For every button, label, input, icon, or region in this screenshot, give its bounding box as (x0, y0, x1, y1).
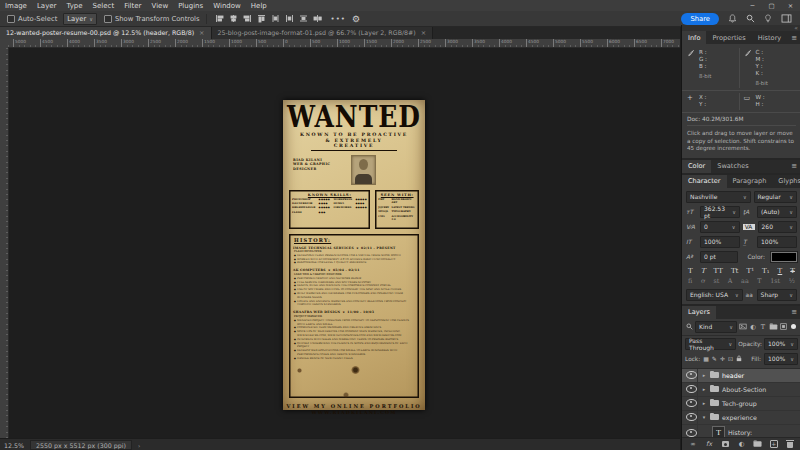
adjustment-layer-icon[interactable]: ◐ (736, 440, 746, 448)
opentype-button[interactable]: st (713, 277, 719, 285)
anti-alias-dropdown[interactable]: Sharp ∨ (757, 289, 797, 301)
opentype-button[interactable]: A (728, 277, 733, 285)
align-left-edges-icon[interactable] (215, 14, 224, 23)
tab-history[interactable]: History (752, 31, 787, 44)
tab-color[interactable]: Color (682, 160, 711, 173)
eye-icon[interactable] (686, 385, 697, 393)
layer-row[interactable]: ▸Tech-group (682, 397, 800, 411)
leading-field[interactable]: (Auto) ∨ (757, 206, 797, 218)
new-group-icon[interactable] (753, 441, 763, 447)
font-family-dropdown[interactable]: Nashville ∨ (686, 191, 751, 203)
layer-row[interactable]: THistory: (682, 425, 800, 438)
filter-smart-object-icon[interactable] (779, 323, 787, 331)
align-top-edges-icon[interactable] (257, 14, 266, 23)
expand-group-icon[interactable]: ▸ (701, 386, 707, 392)
menu-help[interactable]: Help (246, 2, 272, 10)
layer-row[interactable]: ▸header (682, 369, 800, 383)
lock-position-icon[interactable]: ✛ (720, 355, 725, 362)
add-layer-mask-icon[interactable] (720, 441, 730, 447)
fill-field[interactable]: 100% ∨ (764, 353, 798, 365)
panel-menu-icon[interactable]: ≡ (791, 31, 800, 44)
tab-properties[interactable]: Properties (706, 31, 751, 44)
filter-adjustment-layers-icon[interactable]: ◐ (749, 323, 757, 331)
type-style-button[interactable]: Tt (731, 267, 738, 275)
opentype-button[interactable]: aa (741, 277, 749, 285)
text-color-swatch[interactable] (771, 252, 797, 262)
opentype-button[interactable]: ơ (701, 277, 705, 285)
minimize-icon[interactable]: ─ (743, 0, 762, 11)
tab-info[interactable]: Info (682, 31, 706, 44)
baseline-shift-field[interactable]: 0 pt (700, 251, 738, 263)
align-right-edges-icon[interactable] (243, 14, 252, 23)
eye-icon[interactable] (686, 429, 697, 437)
status-options-arrow-icon[interactable]: › (138, 442, 140, 449)
menu-plugins[interactable]: Plugins (173, 2, 208, 10)
delete-layer-icon[interactable] (785, 440, 795, 448)
text-layer-thumbnail[interactable]: T (712, 426, 725, 437)
filter-toggle-icon[interactable] (791, 324, 796, 329)
zoom-level[interactable]: 12.5% (4, 442, 24, 449)
tab-paragraph[interactable]: Paragraph (727, 175, 773, 188)
vertical-ruler[interactable] (0, 47, 9, 438)
lock-transparency-icon[interactable]: ▦ (703, 355, 709, 362)
discover-lightbulb-icon[interactable] (764, 14, 772, 23)
tab-glyphs[interactable]: Glyphs (772, 175, 800, 188)
type-style-button[interactable]: T₁ (762, 267, 769, 275)
tab-swatches[interactable]: Swatches (711, 160, 755, 173)
filter-kind-dropdown[interactable]: Kind ∨ (695, 321, 737, 333)
lock-artboard-icon[interactable]: ⊡ (728, 355, 733, 362)
collapse-group-icon[interactable]: ▾ (701, 414, 707, 420)
language-dropdown[interactable]: English: USA ∨ (686, 289, 743, 301)
distribute-center-icon[interactable] (285, 14, 294, 23)
menu-type[interactable]: Type (61, 2, 87, 10)
share-button[interactable]: Share (681, 13, 719, 25)
menu-image[interactable]: Image (0, 2, 32, 10)
close-icon[interactable]: × (781, 0, 800, 11)
expand-group-icon[interactable]: ▸ (701, 372, 707, 378)
tab-layers[interactable]: Layers (682, 306, 716, 319)
align-horizontal-centers-icon[interactable] (229, 14, 238, 23)
new-layer-icon[interactable] (769, 440, 779, 448)
distribute-right-icon[interactable] (299, 14, 308, 23)
close-icon[interactable]: × (199, 29, 204, 37)
opentype-button[interactable]: 1st (770, 277, 780, 285)
bell-icon[interactable] (728, 14, 737, 23)
type-style-button[interactable]: Ŧ (790, 267, 795, 275)
vertical-scale-field[interactable]: 100% (700, 236, 740, 248)
layer-effects-icon[interactable]: fx (704, 440, 714, 448)
auto-select-checkbox[interactable] (7, 15, 15, 23)
horizontal-ruler[interactable]: 5000450040003500300025002000150010005000… (8, 39, 680, 48)
blend-mode-dropdown[interactable]: Pass Through ∨ (685, 338, 736, 350)
menu-select[interactable]: Select (88, 2, 120, 10)
opentype-button[interactable]: fi (688, 277, 692, 285)
menu-layer[interactable]: Layer (32, 2, 62, 10)
eye-icon[interactable] (686, 413, 697, 421)
canvas-area[interactable]: WANTED KNOWN TO BE PROACTIVE & EXTREMELY… (9, 47, 680, 438)
panel-menu-icon[interactable]: ≡ (791, 306, 800, 319)
distribute-spacing-icon[interactable] (313, 14, 322, 23)
menu-filter[interactable]: Filter (119, 2, 146, 10)
expand-group-icon[interactable]: ▸ (701, 400, 707, 406)
type-style-button[interactable]: T (778, 267, 783, 275)
workspace-switcher-icon[interactable] (781, 14, 792, 23)
eye-icon[interactable] (686, 371, 697, 379)
type-style-button[interactable]: T¹ (746, 267, 753, 275)
lock-all-icon[interactable] (736, 355, 742, 363)
layer-row[interactable]: ▸About-Section (682, 383, 800, 397)
link-layers-icon[interactable]: ∞ (688, 440, 698, 448)
gear-icon[interactable]: ⚙ (352, 14, 360, 24)
tab-character[interactable]: Character (682, 175, 727, 188)
poster-document[interactable]: WANTED KNOWN TO BE PROACTIVE & EXTREMELY… (283, 100, 425, 410)
show-transform-checkbox[interactable] (104, 15, 112, 23)
kerning-field[interactable]: 0 ∨ (700, 221, 740, 233)
search-icon[interactable] (746, 14, 755, 23)
panel-menu-icon[interactable]: ≡ (791, 160, 800, 173)
lock-pixels-icon[interactable]: ✎ (712, 355, 717, 362)
tracking-field[interactable]: 260 ∨ (758, 221, 798, 233)
filter-pixel-layers-icon[interactable] (739, 323, 747, 331)
eye-icon[interactable] (686, 399, 697, 407)
font-style-dropdown[interactable]: Regular ∨ (754, 191, 797, 203)
filter-shape-layers-icon[interactable] (769, 323, 777, 331)
horizontal-scale-field[interactable]: 100% (757, 236, 797, 248)
layer-select-dropdown[interactable]: Layer ∨ (63, 13, 97, 25)
